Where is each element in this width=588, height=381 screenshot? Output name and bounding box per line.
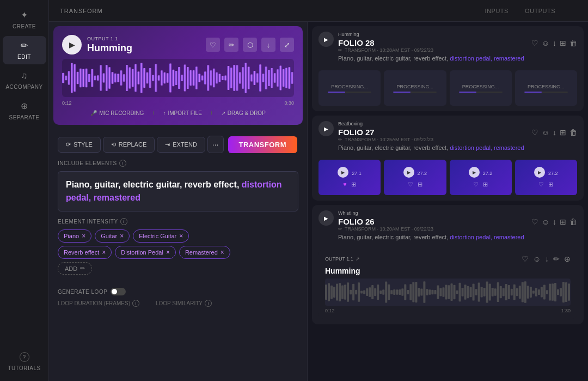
like-button[interactable]: ♡ — [206, 38, 220, 52]
folio-26-more[interactable]: ☺ — [542, 217, 549, 226]
mini-emoji-btn[interactable]: ☺ — [533, 255, 541, 263]
add-tag-button[interactable]: ADD ✏ — [58, 262, 92, 275]
svg-rect-33 — [158, 75, 160, 81]
folio-26-title: FOLIO 26 — [338, 217, 375, 226]
folio-27-play[interactable]: ▶ — [318, 121, 334, 136]
folio-26-play[interactable]: ▶ — [318, 210, 334, 226]
intensity-info-icon[interactable]: i — [120, 218, 127, 225]
mic-recording-option[interactable]: 🎤 MIC RECORDING — [90, 110, 144, 116]
mini-like-btn[interactable]: ♡ — [522, 255, 529, 263]
elements-text-box[interactable]: Piano, guitar, electric guitar, reverb e… — [58, 171, 298, 211]
thumb-heart-icon[interactable]: ♡ — [473, 181, 479, 188]
tab-inputs[interactable]: INPUTS — [485, 8, 509, 14]
folio-28-download[interactable]: ↓ — [553, 39, 556, 47]
sidebar-item-tutorials[interactable]: ? TUTORIALS — [3, 348, 46, 376]
sidebar-item-separate[interactable]: ⊕ SEPARATE — [3, 96, 46, 125]
folio-28-thumbnails: PROCESSING... PROCESSING... PROCESSING..… — [318, 70, 577, 106]
mini-edit-btn[interactable]: ✏ — [553, 255, 560, 263]
tag-remastered[interactable]: Remastered × — [179, 246, 230, 259]
tag-remastered-remove[interactable]: × — [220, 249, 224, 256]
tag-reverb[interactable]: Reverb effect × — [58, 246, 112, 259]
svg-rect-159 — [541, 287, 543, 298]
thumb-grid-icon[interactable]: ⊞ — [483, 181, 488, 188]
folio-28-more[interactable]: ☺ — [542, 39, 549, 47]
tab-outputs[interactable]: OUTPUTS — [525, 8, 555, 14]
folio-27-more[interactable]: ☺ — [542, 128, 549, 137]
mini-share-btn[interactable]: ⊕ — [564, 255, 571, 263]
thumb-grid-icon[interactable]: ⊞ — [418, 181, 422, 188]
drag-drop-option[interactable]: ↗ DRAG & DROP — [221, 110, 266, 116]
folio-27-thumb-4[interactable]: ▶ 27.2 ♡ ⊞ — [515, 160, 577, 195]
tag-piano[interactable]: Piano × — [58, 229, 91, 243]
thumb-heart-icon[interactable]: ♡ — [538, 181, 544, 188]
edit-audio-button[interactable]: ✏ — [224, 38, 238, 52]
folio-28-thumb-2[interactable]: PROCESSING... — [384, 70, 446, 106]
tag-electric-guitar[interactable]: Electric Guitar × — [133, 229, 189, 243]
extend-icon: ⇥ — [165, 141, 170, 148]
folio-28-thumb-1[interactable]: PROCESSING... — [318, 70, 381, 106]
folio-27-copy[interactable]: ⊞ — [560, 128, 566, 137]
folio-28-delete[interactable]: 🗑 — [569, 39, 577, 47]
folio-27-thumb-3[interactable]: ▶ 27.2 ♡ ⊞ — [450, 160, 512, 195]
folio-27-like[interactable]: ♡ — [531, 128, 538, 137]
tag-guitar-remove[interactable]: × — [120, 232, 124, 240]
thumb-grid-icon[interactable]: ⊞ — [351, 181, 356, 188]
waveform-display[interactable] — [62, 59, 294, 97]
tag-piano-remove[interactable]: × — [82, 232, 85, 240]
duration-info-icon[interactable]: i — [132, 300, 139, 307]
tag-reverb-remove[interactable]: × — [102, 249, 106, 256]
include-info-icon[interactable]: i — [119, 160, 126, 167]
import-file-option[interactable]: ↑ IMPORT FILE — [163, 110, 201, 116]
export-button[interactable]: ⬡ — [243, 38, 257, 52]
folio-26-like[interactable]: ♡ — [531, 217, 538, 226]
style-button[interactable]: ⟳ STYLE — [58, 137, 101, 153]
audio-card-info: ▶ OUTPUT 1.1 Humming — [62, 35, 132, 55]
expand-icon[interactable]: ↗ — [356, 256, 360, 262]
tag-distortion-remove[interactable]: × — [166, 249, 170, 256]
similarity-info-icon[interactable]: i — [205, 300, 212, 307]
folio-28-like[interactable]: ♡ — [531, 39, 538, 47]
folio-27-desc: Piano, guitar, electric guitar, reverb e… — [338, 144, 577, 151]
sidebar-item-edit[interactable]: ✏ EDIT — [3, 36, 46, 64]
folio-27-thumb-2[interactable]: ▶ 27.2 ♡ ⊞ — [384, 160, 446, 195]
tag-distortion[interactable]: Distortion Pedal × — [115, 246, 176, 259]
divider2: ⁞ — [211, 110, 212, 116]
folio-28-play[interactable]: ▶ — [318, 32, 334, 47]
download-button[interactable]: ↓ — [261, 38, 275, 52]
folio-26-copy[interactable]: ⊞ — [560, 217, 566, 226]
tag-electric-guitar-remove[interactable]: × — [179, 232, 183, 240]
extend-button[interactable]: ⇥ EXTEND — [157, 137, 205, 153]
tag-guitar[interactable]: Guitar × — [95, 229, 130, 243]
thumb-heart-icon[interactable]: ♥ — [343, 181, 347, 188]
thumb-play-btn[interactable]: ▶ — [469, 167, 480, 178]
svg-rect-65 — [250, 75, 253, 82]
folio-28-thumb-3[interactable]: PROCESSING... — [450, 70, 512, 106]
folio-27-delete[interactable]: 🗑 — [569, 128, 577, 137]
transform-button[interactable]: TRANSFORM — [228, 136, 298, 153]
thumb-play-btn[interactable]: ▶ — [534, 167, 545, 178]
folio-28-thumb-4[interactable]: PROCESSING... — [515, 70, 577, 106]
sidebar-item-create[interactable]: ✦ CREATE — [3, 5, 46, 34]
folio-27-thumb-1[interactable]: ▶ 27.1 ♥ ⊞ — [318, 160, 381, 195]
folio-26-delete[interactable]: 🗑 — [569, 217, 577, 226]
thumb-play-btn[interactable]: ▶ — [403, 167, 414, 178]
folio-26-download[interactable]: ↓ — [553, 217, 556, 226]
time-total: 0:30 — [284, 100, 294, 106]
mini-download-btn[interactable]: ↓ — [545, 255, 549, 263]
expand-button[interactable]: ⤢ — [280, 38, 294, 52]
thumb-grid-icon[interactable]: ⊞ — [548, 181, 553, 188]
svg-rect-98 — [374, 288, 376, 296]
mini-waveform[interactable] — [325, 279, 571, 306]
thumb-play-btn[interactable]: ▶ — [338, 167, 348, 178]
svg-rect-138 — [483, 288, 486, 296]
folio-28-copy[interactable]: ⊞ — [560, 39, 566, 47]
more-options-button[interactable]: ··· — [207, 136, 224, 153]
thumb-heart-icon[interactable]: ♡ — [408, 181, 413, 188]
folio-27-download[interactable]: ↓ — [553, 128, 556, 137]
svg-rect-130 — [462, 288, 464, 296]
play-button[interactable]: ▶ — [62, 35, 82, 55]
replace-button[interactable]: ⟲ REPLACE — [103, 137, 155, 153]
svg-rect-124 — [445, 285, 447, 299]
sidebar-item-accompany[interactable]: ♫ ACCOMPANY — [3, 66, 46, 94]
loop-toggle[interactable] — [111, 288, 126, 295]
